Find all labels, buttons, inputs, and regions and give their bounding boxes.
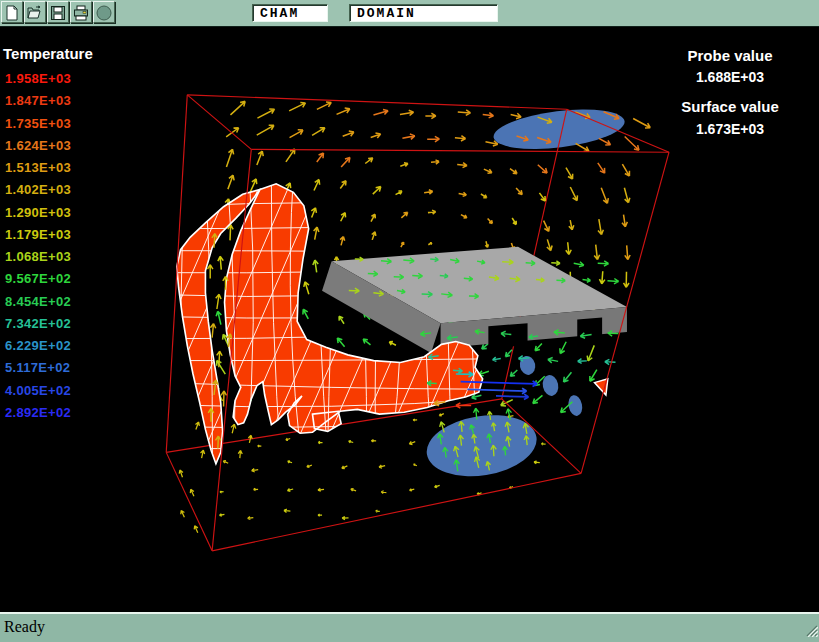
status-text: Ready — [4, 618, 45, 636]
printer-icon — [71, 5, 91, 21]
probe-value: 1.688E+03 — [655, 69, 805, 85]
domain-field[interactable] — [349, 4, 498, 22]
legend-value: 1.402E+03 — [5, 182, 71, 197]
legend-value: 6.229E+02 — [5, 338, 71, 353]
legend-value: 1.179E+03 — [5, 227, 71, 242]
save-floppy-icon — [48, 5, 68, 21]
legend-value: 1.847E+03 — [5, 93, 71, 108]
open-folder-icon — [25, 5, 45, 21]
legend-value: 9.567E+02 — [5, 271, 71, 286]
legend-value: 1.624E+03 — [5, 138, 71, 153]
new-file-button[interactable] — [1, 1, 23, 23]
toolbar — [0, 0, 819, 27]
phoenics-viewer-window: Temperature 1.958E+031.847E+031.735E+031… — [0, 0, 819, 642]
legend-value: 2.892E+02 — [5, 405, 71, 420]
legend-value: 1.735E+03 — [5, 116, 71, 131]
open-file-button[interactable] — [24, 1, 46, 23]
circle-icon — [94, 5, 114, 21]
surface-value: 1.673E+03 — [655, 121, 805, 137]
status-bar: Ready — [0, 612, 819, 642]
legend-value: 7.342E+02 — [5, 316, 71, 331]
run-button[interactable] — [93, 1, 115, 23]
legend-value: 1.068E+03 — [5, 249, 71, 264]
legend-value: 5.117E+02 — [5, 360, 70, 375]
legend-value: 1.290E+03 — [5, 205, 71, 220]
new-document-icon — [2, 5, 22, 21]
legend-value: 1.513E+03 — [5, 160, 71, 175]
legend-value: 1.958E+03 — [5, 71, 71, 86]
surface-value-label: Surface value — [655, 98, 805, 115]
model-field[interactable] — [252, 4, 328, 22]
viewport-3d[interactable]: Temperature 1.958E+031.847E+031.735E+031… — [0, 27, 819, 612]
legend-value: 4.005E+02 — [5, 383, 71, 398]
resize-grip-icon[interactable] — [804, 623, 818, 641]
legend-title: Temperature — [3, 45, 93, 62]
save-button[interactable] — [47, 1, 69, 23]
print-button[interactable] — [70, 1, 92, 23]
probe-value-label: Probe value — [655, 47, 805, 64]
legend-value: 8.454E+02 — [5, 294, 71, 309]
